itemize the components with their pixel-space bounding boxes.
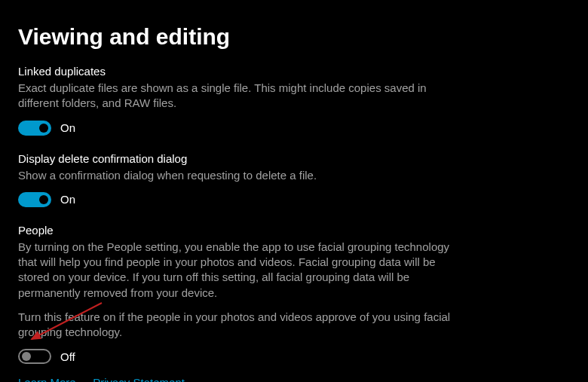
section-linked-duplicates: Linked duplicates Exact duplicate files …	[18, 65, 463, 136]
delete-confirmation-title: Display delete confirmation dialog	[18, 152, 463, 165]
people-desc: By turning on the People setting, you en…	[18, 240, 463, 301]
page-title: Viewing and editing	[18, 24, 573, 50]
link-privacy-statement[interactable]: Privacy Statement	[93, 376, 185, 382]
delete-confirmation-state: On	[60, 193, 75, 206]
linked-duplicates-state: On	[60, 121, 75, 134]
linked-duplicates-toggle-row: On	[18, 121, 463, 136]
people-links: Learn More Privacy Statement	[18, 376, 463, 382]
linked-duplicates-desc: Exact duplicate files are shown as a sin…	[18, 81, 463, 112]
link-learn-more[interactable]: Learn More	[18, 376, 76, 382]
section-people: People By turning on the People setting,…	[18, 224, 463, 382]
people-title: People	[18, 224, 463, 237]
linked-duplicates-title: Linked duplicates	[18, 65, 463, 78]
section-delete-confirmation: Display delete confirmation dialog Show …	[18, 152, 463, 207]
people-toggle[interactable]	[18, 349, 51, 364]
people-desc2: Turn this feature on if the people in yo…	[18, 310, 463, 341]
people-toggle-row: Off	[18, 349, 463, 364]
people-state: Off	[60, 350, 75, 363]
delete-confirmation-toggle-row: On	[18, 192, 463, 207]
delete-confirmation-desc: Show a confirmation dialog when requesti…	[18, 168, 463, 183]
linked-duplicates-toggle[interactable]	[18, 121, 51, 136]
delete-confirmation-toggle[interactable]	[18, 192, 51, 207]
